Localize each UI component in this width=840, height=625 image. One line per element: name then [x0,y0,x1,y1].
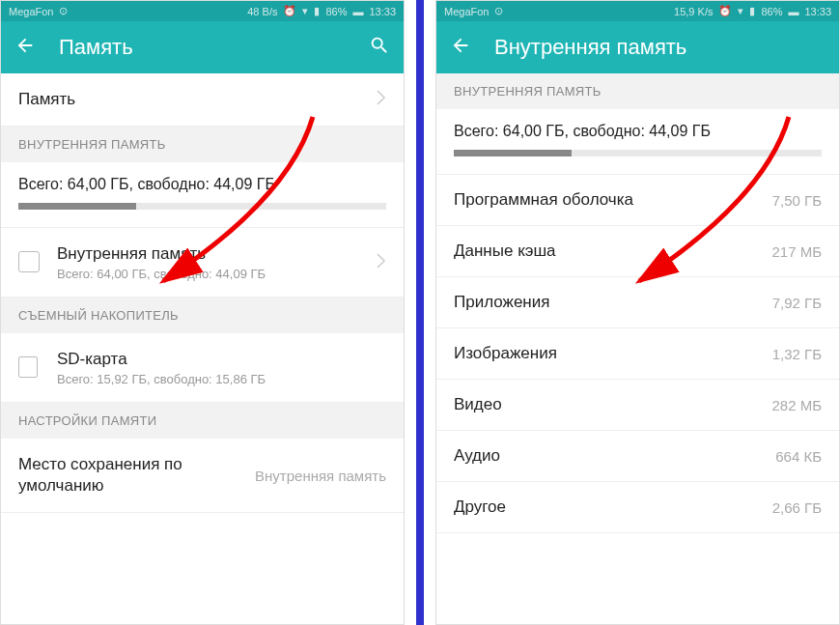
section-header-internal: ВНУТРЕННЯЯ ПАМЯТЬ [1,127,404,162]
section-header-settings: НАСТРОЙКИ ПАМЯТИ [1,403,404,439]
cache-row[interactable]: Данные кэша 217 МБ [436,226,839,277]
signal-icon: ▮ [749,5,755,17]
row-label: Видео [454,395,502,414]
chip-icon [18,251,42,274]
signal-icon: ▮ [314,5,320,17]
row-label: Программная оболочка [454,190,633,210]
page-title: Внутренняя память [494,35,826,60]
summary-text: Всего: 64,00 ГБ, свободно: 44,09 ГБ [18,176,386,193]
row-label: Внутренняя память [57,243,369,265]
time-label: 13:33 [369,6,396,17]
row-label: Данные кэша [454,241,556,261]
progress-bar [454,150,822,156]
memory-row[interactable]: Память [1,73,404,127]
nfc-icon: ⊙ [494,5,503,17]
images-row[interactable]: Изображения 1,32 ГБ [436,328,839,380]
other-row[interactable]: Другое 2,66 ГБ [436,482,839,533]
left-screenshot: MegaFon ⊙ 48 B/s ⏰ ▾ ▮ 86% ▬ 13:33 Памят… [0,0,405,625]
sd-card-row[interactable]: SD-карта Всего: 15,92 ГБ, свободно: 15,8… [1,333,404,403]
battery-icon: ▬ [788,6,798,17]
chevron-right-icon [377,253,386,272]
audio-row[interactable]: Аудио 664 КБ [436,431,839,482]
app-bar: Внутренняя память [436,21,839,73]
row-sub: Всего: 64,00 ГБ, свободно: 44,09 ГБ [57,267,369,281]
row-sub: Всего: 15,92 ГБ, свободно: 15,86 ГБ [57,372,386,386]
sd-card-icon [18,356,42,380]
right-screenshot: MegaFon ⊙ 15,9 K/s ⏰ ▾ ▮ 86% ▬ 13:33 Вну… [435,0,840,625]
status-bar: MegaFon ⊙ 15,9 K/s ⏰ ▾ ▮ 86% ▬ 13:33 [436,1,839,21]
row-label: Аудио [454,446,500,466]
time-label: 13:33 [804,6,831,17]
row-label: Приложения [454,293,549,312]
nfc-icon: ⊙ [59,5,68,17]
storage-summary: Всего: 64,00 ГБ, свободно: 44,09 ГБ [1,162,404,228]
row-value: 1,32 ГБ [772,346,822,362]
row-value: 2,66 ГБ [772,499,822,516]
row-value: 7,92 ГБ [772,295,822,311]
battery-label: 86% [325,6,347,17]
row-value: 664 КБ [775,448,822,465]
summary-text: Всего: 64,00 ГБ, свободно: 44,09 ГБ [454,123,822,140]
page-title: Память [59,35,346,60]
row-value: 282 МБ [771,397,822,413]
storage-summary: Всего: 64,00 ГБ, свободно: 44,09 ГБ [436,109,839,175]
alarm-icon: ⏰ [283,5,296,17]
row-value: 217 МБ [771,243,822,260]
screenshot-separator [416,0,424,625]
progress-fill [18,203,136,210]
back-icon[interactable] [450,35,471,60]
row-label: Место сохранения по умолчанию [18,454,245,497]
chevron-right-icon [377,90,386,109]
speed-label: 48 B/s [247,6,277,17]
row-label: Память [18,89,369,110]
app-bar: Память [1,21,404,73]
wifi-icon: ▾ [302,5,308,17]
row-label: Другое [454,497,506,517]
carrier-label: MegaFon [9,6,53,17]
section-header-internal: ВНУТРЕННЯЯ ПАМЯТЬ [436,73,839,109]
content-area: Память ВНУТРЕННЯЯ ПАМЯТЬ Всего: 64,00 ГБ… [1,73,404,624]
apps-row[interactable]: Приложения 7,92 ГБ [436,277,839,328]
back-icon[interactable] [14,35,36,60]
row-label: SD-карта [57,349,386,370]
content-area: ВНУТРЕННЯЯ ПАМЯТЬ Всего: 64,00 ГБ, свобо… [436,73,839,624]
alarm-icon: ⏰ [718,5,732,17]
progress-bar [18,203,386,210]
row-label: Изображения [454,344,557,363]
default-storage-row[interactable]: Место сохранения по умолчанию Внутренняя… [1,439,404,513]
row-value: 7,50 ГБ [772,192,822,209]
row-value: Внутренняя память [255,468,386,484]
internal-storage-row[interactable]: Внутренняя память Всего: 64,00 ГБ, свобо… [1,228,404,298]
status-bar: MegaFon ⊙ 48 B/s ⏰ ▾ ▮ 86% ▬ 13:33 [1,1,404,21]
section-header-removable: СЪЕМНЫЙ НАКОПИТЕЛЬ [1,298,404,333]
carrier-label: MegaFon [444,6,489,17]
battery-icon: ▬ [352,6,363,17]
battery-label: 86% [761,6,782,17]
speed-label: 15,9 K/s [674,6,713,17]
progress-fill [454,150,572,156]
system-row[interactable]: Программная оболочка 7,50 ГБ [436,175,839,226]
wifi-icon: ▾ [738,5,743,17]
search-icon[interactable] [369,35,390,60]
video-row[interactable]: Видео 282 МБ [436,380,839,431]
